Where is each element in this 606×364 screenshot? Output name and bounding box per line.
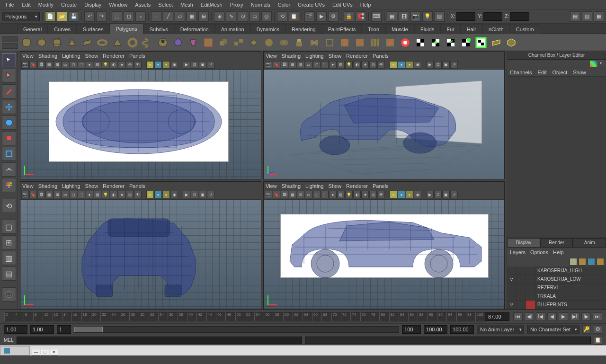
vp-wireframe-icon[interactable]: ⬚ bbox=[78, 61, 85, 69]
input-line-icon[interactable]: ⌨ bbox=[371, 11, 382, 22]
outliner-icon[interactable] bbox=[2, 287, 16, 302]
menu-modify[interactable]: Modify bbox=[35, 1, 57, 9]
vp-icon[interactable]: 👁 bbox=[377, 191, 385, 198]
layer-icon4[interactable] bbox=[597, 258, 604, 266]
vp-smooth-icon[interactable]: ● bbox=[86, 61, 93, 69]
vp-icon[interactable]: ▨ bbox=[337, 61, 345, 69]
menu-file[interactable]: File bbox=[2, 1, 18, 9]
minimize-icon[interactable]: ▾ bbox=[597, 61, 604, 67]
vp-icon[interactable]: ◉ bbox=[414, 61, 421, 69]
menu-create[interactable]: Create bbox=[57, 1, 80, 9]
layer-row[interactable]: VKAROSERIJA_LOW bbox=[507, 275, 606, 284]
bridge-icon[interactable] bbox=[308, 36, 321, 49]
vp-icon[interactable]: 📷 bbox=[265, 191, 272, 198]
show-tab[interactable]: Show bbox=[573, 70, 586, 75]
split-poly-icon[interactable] bbox=[368, 36, 382, 49]
y-input[interactable] bbox=[483, 12, 502, 21]
vp-icon[interactable]: ▦ bbox=[289, 191, 296, 198]
snap-grid-icon[interactable]: ⊞ bbox=[214, 11, 224, 22]
vp-icon[interactable]: ★ bbox=[361, 61, 369, 69]
layer-row[interactable]: TRKALA bbox=[507, 292, 606, 301]
vp-icon[interactable]: ◐ bbox=[353, 61, 361, 69]
render-tab[interactable]: Render bbox=[540, 238, 573, 248]
poly-helix-icon[interactable] bbox=[141, 36, 154, 49]
shelf-tab-deformation[interactable]: Deformation bbox=[174, 24, 215, 34]
edit-tab[interactable]: Edit bbox=[537, 70, 546, 75]
select-face-icon[interactable]: ▱ bbox=[175, 11, 185, 22]
vp-icon[interactable]: ● bbox=[390, 61, 397, 69]
vp-icon[interactable]: ▣ bbox=[442, 61, 450, 69]
vp-render-icon[interactable]: ▶ bbox=[183, 61, 190, 69]
vp-icon[interactable]: ⬚ bbox=[321, 61, 329, 69]
vp-icon[interactable]: 💡 bbox=[345, 191, 353, 198]
vp-isolate-icon[interactable]: ◎ bbox=[126, 61, 134, 69]
vp-icon[interactable]: ▣ bbox=[199, 191, 206, 198]
vp-icon[interactable]: ⊞ bbox=[297, 191, 304, 198]
shelf-tab-rendering[interactable]: Rendering bbox=[285, 24, 322, 34]
layers-menu[interactable]: Layers bbox=[510, 249, 526, 255]
menu-edituvs[interactable]: Edit UVs bbox=[329, 1, 356, 9]
menu-edit[interactable]: Edit bbox=[18, 1, 35, 9]
magnet-icon[interactable]: 🧲 bbox=[356, 11, 366, 22]
select-object-icon[interactable]: ◻ bbox=[124, 11, 134, 22]
vp-2d-icon[interactable]: ▦ bbox=[45, 61, 53, 69]
vp-icon[interactable]: 🖼 bbox=[281, 191, 288, 198]
vp-icon[interactable]: ▶ bbox=[426, 61, 434, 69]
range-thumb[interactable] bbox=[74, 327, 103, 332]
channels-tab[interactable]: Channels bbox=[510, 70, 532, 75]
render-settings-icon[interactable]: ⚙ bbox=[328, 11, 339, 22]
select-hierarchy-icon[interactable]: ⬚ bbox=[112, 11, 122, 22]
poly-prism-icon[interactable] bbox=[187, 36, 200, 49]
anim-layer-dropdown[interactable]: No Anim Layer bbox=[477, 325, 524, 334]
shelf-tab-fur[interactable]: Fur bbox=[440, 24, 461, 34]
vp-icon[interactable]: 🖼 bbox=[37, 191, 45, 198]
vp-renderer[interactable]: Renderer bbox=[346, 53, 368, 59]
shelf-layout-icon[interactable] bbox=[2, 43, 18, 49]
vp-panels[interactable]: Panels bbox=[129, 53, 145, 59]
vp-icon[interactable]: 💡 bbox=[345, 61, 353, 69]
checker3-icon[interactable] bbox=[444, 36, 457, 49]
redo-icon[interactable]: ↷ bbox=[96, 11, 107, 22]
shelf-tab-polygons[interactable]: Polygons bbox=[109, 24, 143, 34]
current-frame[interactable]: 87.00 bbox=[486, 312, 509, 321]
vp-icon[interactable]: ⊡ bbox=[434, 61, 442, 69]
layout-icon[interactable]: ▦ bbox=[387, 11, 397, 22]
checker5-icon[interactable] bbox=[474, 36, 488, 49]
close-button[interactable]: ✕ bbox=[50, 349, 58, 355]
vp-panels[interactable]: Panels bbox=[373, 183, 389, 189]
film-icon[interactable]: 🎞 bbox=[399, 11, 409, 22]
shelf-tab-curves[interactable]: Curves bbox=[48, 24, 77, 34]
poke-face-icon[interactable] bbox=[383, 36, 397, 49]
sidebar-toggle-icon[interactable]: ▤ bbox=[570, 11, 580, 22]
vp-panels[interactable]: Panels bbox=[373, 53, 389, 59]
char-set-dropdown[interactable]: No Character Set bbox=[527, 325, 579, 334]
poly-platonic-icon[interactable] bbox=[171, 36, 185, 49]
vp-show[interactable]: Show bbox=[329, 53, 342, 59]
vp-all-icon[interactable]: ⊡ bbox=[191, 61, 198, 69]
vp-grid-icon[interactable]: ⊞ bbox=[53, 61, 61, 69]
vp-view[interactable]: View bbox=[266, 53, 277, 59]
select-vertex-icon[interactable]: · bbox=[151, 11, 161, 22]
vp-aa-icon[interactable]: ● bbox=[162, 61, 170, 69]
shelf-tab-custom[interactable]: Custom bbox=[510, 24, 540, 34]
shelf-tab-fluids[interactable]: Fluids bbox=[414, 24, 440, 34]
move-tool-icon[interactable] bbox=[2, 100, 16, 114]
shelf-tab-animation[interactable]: Animation bbox=[215, 24, 250, 34]
go-end-icon[interactable]: ⏭ bbox=[593, 312, 602, 321]
vp-icon[interactable]: ● bbox=[329, 191, 337, 198]
vp-icon[interactable]: 🔖 bbox=[273, 191, 280, 198]
camera-icon[interactable]: 📷 bbox=[410, 11, 421, 22]
shelf-tab-ncloth[interactable]: nCloth bbox=[482, 24, 510, 34]
construction-history-icon[interactable]: 📋 bbox=[289, 11, 299, 22]
vp-icon[interactable]: ▶ bbox=[426, 191, 434, 198]
snap-live-icon[interactable]: ◎ bbox=[261, 11, 272, 22]
poly-pyramid-icon[interactable] bbox=[111, 36, 124, 49]
maximize-button[interactable]: □ bbox=[41, 349, 49, 355]
poly-cone-icon[interactable] bbox=[65, 36, 79, 49]
viewport-top[interactable]: View Shading Lighting Show Renderer Pane… bbox=[20, 51, 261, 179]
shelf-tab-subdivs[interactable]: Subdivs bbox=[143, 24, 174, 34]
select-uv-icon[interactable]: ▦ bbox=[187, 11, 197, 22]
layer-row[interactable]: KAROSERIJA_HIGH bbox=[507, 266, 606, 275]
help-menu[interactable]: Help bbox=[553, 249, 564, 255]
poly-sphere-icon[interactable] bbox=[20, 36, 33, 49]
